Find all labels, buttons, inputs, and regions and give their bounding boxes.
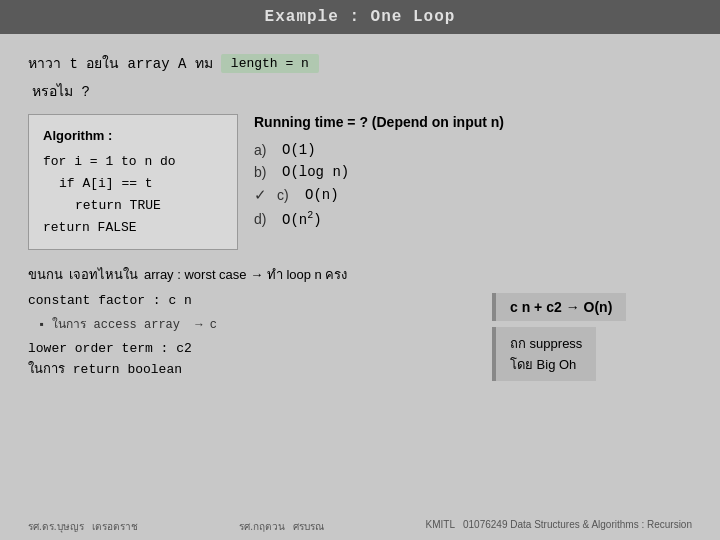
- lower-order-label: lower order term : c2: [28, 341, 472, 356]
- option-c-label: c): [277, 187, 297, 203]
- option-a-val: O(1): [282, 142, 316, 158]
- lower-left: constant factor : c n ▪ ในการ access arr…: [28, 293, 472, 379]
- const-sub: ▪ ในการ access array → c: [38, 314, 472, 333]
- footer-left1: รศ.ดร.บุษญร เตรอตราช: [28, 519, 138, 534]
- footer-right: KMITL 01076249 Data Structures & Algorit…: [426, 519, 692, 534]
- worst-case-middle: เจอทไหนใน: [69, 264, 138, 285]
- suppress-line2: โดย Big Oh: [510, 354, 582, 375]
- const-arrow: → c: [195, 318, 217, 332]
- option-d-val: O(n2): [282, 210, 322, 228]
- algo-line2: if A[i] == t: [59, 173, 223, 195]
- lower-right: c n + c2 → O(n) ถก suppress โดย Big Oh: [492, 293, 692, 381]
- second-row: หรอไม ?: [32, 80, 692, 102]
- options-column: Running time = ? (Depend on input n) a) …: [254, 114, 692, 232]
- algo-title: Algorithm :: [43, 125, 223, 147]
- suppress-line1: ถก suppress: [510, 333, 582, 354]
- option-a-label: a): [254, 142, 274, 158]
- page-header: Example : One Loop: [0, 0, 720, 34]
- option-d: d) O(n2): [254, 210, 692, 228]
- algo-line3: return TRUE: [75, 195, 223, 217]
- checkmark-icon: ✓: [254, 186, 267, 204]
- formula-box: c n + c2 → O(n): [492, 293, 626, 321]
- option-c: ✓ c) O(n): [254, 186, 692, 204]
- algo-line4: return FALSE: [43, 217, 223, 239]
- worst-case-label: array : worst case → ทำ loop n ครง: [144, 264, 347, 285]
- running-time-label: Running time = ? (Depend on input n): [254, 114, 692, 130]
- second-label: หรอไม ?: [32, 84, 90, 100]
- footer: รศ.ดร.บุษญร เตรอตราช รศ.กฤตวน ศรบรณ KMIT…: [0, 519, 720, 534]
- header-title: Example : One Loop: [265, 8, 456, 26]
- suppress-box: ถก suppress โดย Big Oh: [492, 327, 596, 381]
- length-box: length = n: [221, 54, 319, 73]
- worst-case-row: ขนกน เจอทไหนใน array : worst case → ทำ l…: [28, 264, 692, 285]
- algo-line1: for i = 1 to n do: [43, 151, 223, 173]
- worst-case-prefix: ขนกน: [28, 264, 63, 285]
- formula-text: c n + c2 → O(n): [510, 299, 612, 315]
- option-c-val: O(n): [305, 187, 339, 203]
- option-d-label: d): [254, 211, 274, 227]
- top-label: หาวา t อยใน array A ทม: [28, 52, 213, 74]
- option-b-val: O(log n): [282, 164, 349, 180]
- top-row: หาวา t อยใน array A ทม length = n: [28, 52, 692, 74]
- lower-order-desc: ในการ return boolean: [28, 358, 472, 379]
- option-a: a) O(1): [254, 142, 692, 158]
- option-b: b) O(log n): [254, 164, 692, 180]
- option-b-label: b): [254, 164, 274, 180]
- lower-section: constant factor : c n ▪ ในการ access arr…: [28, 293, 692, 381]
- algorithm-box: Algorithm : for i = 1 to n do if A[i] ==…: [28, 114, 238, 250]
- const-factor-label: constant factor : c n: [28, 293, 472, 308]
- footer-mid: รศ.กฤตวน ศรบรณ: [239, 519, 324, 534]
